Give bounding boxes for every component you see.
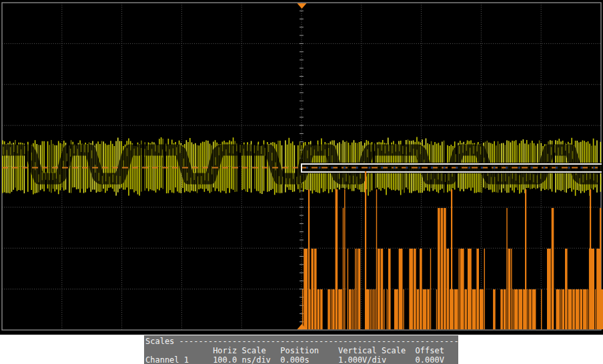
graticule-and-traces <box>0 0 603 335</box>
digital-activity-trace <box>302 189 603 329</box>
scales-panel: Scales ---------------------------------… <box>144 335 458 364</box>
oscilloscope-screen <box>0 0 603 335</box>
bottom-strip: Scales ---------------------------------… <box>0 335 603 364</box>
scales-title-row: Scales ---------------------------------… <box>145 337 458 346</box>
scales-header-row: Horiz Scale Position Vertical Scale Offs… <box>145 346 458 355</box>
scales-channel-row: Channel 1 100.0 ns/div 0.000s 1.000V/div… <box>145 355 458 364</box>
trigger-position-marker-top[interactable] <box>297 3 307 9</box>
